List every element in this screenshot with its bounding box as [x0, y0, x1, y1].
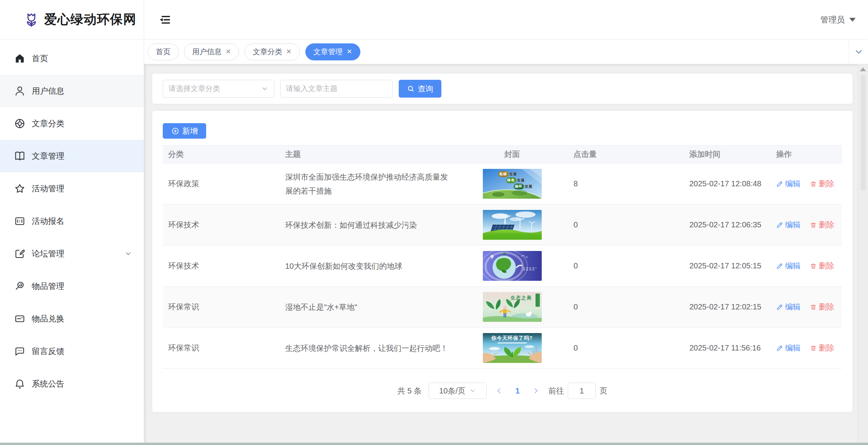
chevron-right-icon [532, 387, 540, 395]
edit-button[interactable]: 编辑 [776, 220, 801, 230]
page-size-select[interactable]: 10条/页 [429, 383, 487, 399]
sidebar-menu: 首页 用户信息 文章分类 文章管理 活动管理 活动报名 [0, 40, 144, 400]
tab-home[interactable]: 首页 [148, 43, 179, 60]
scrollbar-thumb[interactable] [861, 74, 866, 191]
cover-image: 低碳发展 绿色发展 循环发展 [483, 169, 542, 199]
sidebar-item-goods-exchange[interactable]: 物品兑换 [0, 302, 144, 335]
admin-dropdown[interactable]: 管理员 [820, 0, 856, 40]
cell-clicks: 0 [568, 328, 684, 368]
cell-clicks: 8 [568, 163, 684, 204]
col-category: 分类 [163, 146, 280, 163]
bell-icon [14, 378, 26, 390]
cover-art-green-globe [483, 251, 542, 281]
user-icon [14, 85, 26, 97]
cell-topic: 湿地不止是"水+草地" [280, 287, 456, 327]
delete-button[interactable]: 删除 [810, 302, 834, 312]
sidebar-item-article-category[interactable]: 文章分类 [0, 107, 144, 140]
cell-cover [456, 204, 568, 245]
search-button[interactable]: 查询 [399, 80, 441, 98]
edit-button[interactable]: 编辑 [776, 302, 801, 312]
cell-cover [456, 246, 568, 286]
delete-button[interactable]: 删除 [810, 220, 834, 230]
app-root: 爱心绿动环保网 首页 用户信息 文章分类 文章管理 活动管理 [0, 0, 868, 445]
edit-button[interactable]: 编辑 [776, 261, 801, 271]
lifebuoy-icon [14, 118, 26, 129]
goto-label: 前往 [548, 386, 564, 396]
window-scrollbar[interactable] [858, 64, 868, 443]
cell-topic: 深圳市全面加强生态环境保护推动经济高质量发展的若干措施 [280, 163, 456, 204]
sidebar-item-goods-manage[interactable]: 物品管理 [0, 270, 144, 302]
delete-button[interactable]: 删除 [810, 261, 834, 271]
close-icon[interactable]: ✕ [226, 48, 231, 55]
tabs-more-button[interactable] [849, 40, 868, 64]
chevron-down-icon [124, 250, 132, 258]
home-icon [14, 53, 26, 64]
delete-label: 删除 [819, 220, 834, 230]
sidebar-item-label: 论坛管理 [32, 248, 64, 259]
next-page-button[interactable] [530, 385, 541, 396]
goto-page-input[interactable] [568, 383, 596, 399]
add-button[interactable]: 新增 [163, 123, 206, 139]
top-header: 管理员 [144, 0, 868, 40]
edit-button[interactable]: 编辑 [776, 179, 801, 189]
page-number[interactable]: 1 [512, 387, 524, 395]
sidebar-item-label: 用户信息 [32, 86, 64, 96]
col-cover: 封面 [456, 146, 568, 163]
tab-article-manage[interactable]: 文章管理✕ [305, 43, 360, 60]
close-icon[interactable]: ✕ [347, 48, 352, 55]
scrollbar-up-arrow[interactable] [860, 67, 866, 71]
cover-side-badge [536, 294, 540, 307]
brand-logo: 爱心绿动环保网 [0, 0, 144, 40]
tab-label: 用户信息 [192, 47, 222, 57]
table-row: 环保技术 环保技术创新：如何通过科技减少污染 [163, 204, 842, 246]
delete-button[interactable]: 删除 [810, 343, 834, 353]
ticket-icon [14, 313, 26, 325]
sidebar-item-article-manage[interactable]: 文章管理 [0, 140, 144, 172]
sidebar-item-label: 活动管理 [32, 183, 64, 194]
table-row: 环保常识 湿地不止是"水+草地" [163, 287, 842, 328]
sidebar-item-label: 首页 [32, 53, 48, 64]
edit-label: 编辑 [785, 179, 801, 189]
cell-actions: 编辑 删除 [771, 328, 842, 368]
search-icon [407, 85, 415, 93]
sidebar-item-home[interactable]: 首页 [0, 42, 144, 75]
col-topic: 主题 [280, 146, 456, 163]
circle-plus-icon [171, 127, 179, 135]
horizontal-scrollbar[interactable] [0, 443, 868, 445]
sidebar-fold-button[interactable] [157, 13, 171, 26]
tab-label: 首页 [156, 47, 170, 57]
table-row: 环保常识 生态环境保护常识全解析，让我们一起行动吧！ [163, 328, 842, 369]
cell-added: 2025-02-17 12:02:15 [684, 287, 771, 327]
delete-button[interactable]: 删除 [810, 179, 834, 189]
sidebar-item-forum-manage[interactable]: 论坛管理 [0, 237, 144, 270]
col-actions: 操作 [771, 146, 842, 163]
edit-button[interactable]: 编辑 [776, 343, 801, 353]
loupe-icon [14, 280, 26, 292]
table-row: 环保技术 10大环保创新如何改变我们的地球 [163, 246, 842, 287]
sidebar-item-activity-signup[interactable]: 活动报名 [0, 205, 144, 237]
cell-added: 2025-02-17 12:05:15 [684, 246, 771, 286]
pencil-icon [776, 345, 783, 352]
table-header-row: 分类 主题 封面 点击量 添加时间 操作 [163, 145, 842, 163]
pencil-icon [776, 222, 783, 229]
close-icon[interactable]: ✕ [286, 48, 291, 55]
tab-users[interactable]: 用户信息✕ [184, 43, 239, 60]
delete-label: 删除 [819, 343, 834, 353]
cell-added: 2025-02-17 12:08:48 [684, 163, 771, 204]
category-select[interactable]: 请选择文章分类 [163, 80, 274, 98]
category-select-placeholder: 请选择文章分类 [169, 84, 261, 94]
prev-page-button[interactable] [494, 385, 505, 396]
sidebar-item-label: 文章管理 [32, 151, 64, 162]
topic-input[interactable] [280, 80, 393, 98]
add-button-label: 新增 [183, 126, 198, 136]
message-icon [14, 345, 26, 357]
sidebar-item-feedback[interactable]: 留言反馈 [0, 335, 144, 368]
sidebar-item-activity-manage[interactable]: 活动管理 [0, 172, 144, 205]
sidebar-item-label: 活动报名 [32, 216, 64, 227]
main-content: 请选择文章分类 查询 新增 分类 主题 封面 点击量 添加时间 [144, 64, 858, 443]
sidebar-item-announcement[interactable]: 系统公告 [0, 368, 144, 400]
chevron-down-icon [469, 387, 476, 394]
chevron-left-icon [495, 387, 503, 395]
sidebar-item-users[interactable]: 用户信息 [0, 75, 144, 107]
tab-article-category[interactable]: 文章分类✕ [245, 43, 300, 60]
